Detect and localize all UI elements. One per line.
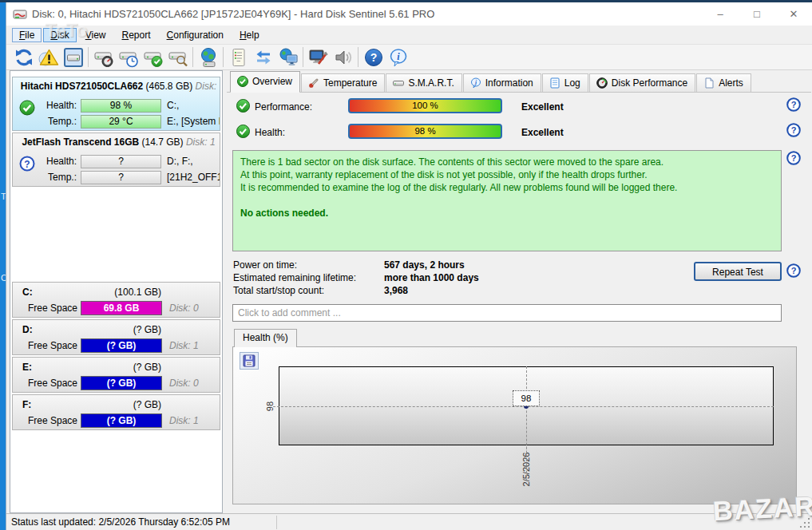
svg-text:?: ? bbox=[791, 153, 797, 163]
partition-item-e[interactable]: E: (? GB) Free Space (? GB) Disk: 0 bbox=[12, 357, 220, 393]
info-icon[interactable]: i bbox=[386, 45, 410, 69]
health-label: Health: bbox=[13, 100, 77, 111]
free-space-label: Free Space bbox=[13, 415, 77, 426]
partition-letter: E: bbox=[22, 362, 32, 373]
toolbar-separator bbox=[192, 47, 193, 67]
partitions-text: C:, bbox=[167, 100, 179, 111]
help-question-icon[interactable]: ? bbox=[786, 97, 801, 112]
disk-item-jetflash[interactable]: JetFlash Transcend 16GB (14.7 GB) Disk: … bbox=[12, 132, 220, 187]
help-question-icon[interactable]: ? bbox=[786, 123, 801, 137]
refresh-icon[interactable] bbox=[11, 45, 36, 69]
network-disks-icon[interactable] bbox=[196, 45, 220, 69]
menu-bar: File Disk View Report Configuration Help bbox=[6, 26, 812, 44]
tab-smart[interactable]: S.M.A.R.T. bbox=[386, 73, 461, 92]
performance-rating: Excellent bbox=[521, 101, 564, 113]
partition-item-c[interactable]: C: (100.1 GB) Free Space 69.8 GB Disk: 0 bbox=[12, 282, 220, 318]
partition-disk-number: Disk: 0 bbox=[169, 303, 199, 314]
health-ok-icon bbox=[236, 125, 250, 138]
menu-file[interactable]: File bbox=[12, 28, 42, 42]
disk-icon bbox=[393, 77, 404, 89]
disk-size: (14.7 GB) bbox=[142, 136, 184, 148]
power-on-time-value: 567 days, 2 hours bbox=[384, 259, 465, 271]
message-line: There is 1 bad sector on the disk surfac… bbox=[240, 156, 774, 168]
partitions-text: E:, [System R bbox=[167, 116, 220, 127]
temp-label: Temp.: bbox=[13, 172, 77, 183]
menu-report[interactable]: Report bbox=[115, 28, 158, 42]
document-icon bbox=[549, 77, 560, 89]
disk-check-icon[interactable] bbox=[141, 45, 165, 69]
partition-letter: F: bbox=[22, 399, 31, 410]
report-icon[interactable] bbox=[226, 45, 251, 69]
health-rating: Excellent bbox=[521, 127, 564, 138]
health-bar: 98 % bbox=[348, 124, 502, 139]
performance-ok-icon bbox=[236, 99, 250, 113]
partition-size: (? GB) bbox=[77, 362, 161, 373]
chart-gridline-vertical bbox=[526, 366, 527, 481]
tab-log[interactable]: Log bbox=[542, 73, 588, 92]
tab-information[interactable]: i Information bbox=[463, 73, 541, 92]
tab-label: Information bbox=[485, 77, 533, 89]
svg-text:?: ? bbox=[791, 100, 797, 109]
start-stop-count-value: 3,968 bbox=[384, 285, 408, 296]
minimize-button[interactable]: – bbox=[702, 2, 739, 26]
tab-disk-performance[interactable]: Disk Performance bbox=[589, 73, 695, 92]
partition-size: (? GB) bbox=[77, 324, 161, 335]
svg-text:?: ? bbox=[370, 51, 377, 64]
maximize-button[interactable]: □ bbox=[739, 2, 775, 26]
partition-item-d[interactable]: D: (? GB) Free Space (? GB) Disk: 1 bbox=[12, 319, 220, 355]
health-bar: ? bbox=[81, 155, 161, 168]
comment-input[interactable] bbox=[232, 304, 782, 322]
tab-temperature[interactable]: Temperature bbox=[301, 73, 385, 92]
disk-name: JetFlash Transcend 16GB bbox=[22, 136, 139, 148]
gauge-icon bbox=[596, 77, 608, 89]
disk-clock-icon[interactable] bbox=[116, 45, 141, 69]
menu-configuration[interactable]: Configuration bbox=[160, 28, 231, 42]
disk-monitor-icon[interactable] bbox=[61, 45, 85, 69]
menu-help[interactable]: Help bbox=[232, 28, 267, 42]
app-icon bbox=[13, 7, 27, 22]
sound-icon[interactable] bbox=[331, 45, 355, 69]
tab-overview[interactable]: Overview bbox=[230, 71, 300, 92]
partition-item-f[interactable]: F: (? GB) Free Space (? GB) Disk: 1 bbox=[12, 394, 220, 430]
disk-item-hitachi[interactable]: Hitachi HDS721050CLA662 (465.8 GB) Disk:… bbox=[12, 77, 220, 131]
disk-number: Disk: 1 bbox=[186, 136, 216, 148]
free-space-label: Free Space bbox=[13, 303, 77, 314]
partition-letter: D: bbox=[22, 324, 33, 335]
health-bar: 98 % bbox=[81, 99, 161, 113]
chart-x-tick: 2/5/2026 bbox=[521, 447, 533, 492]
warning-report-icon[interactable] bbox=[36, 45, 61, 69]
disk-list-sidebar: Hitachi HDS721050CLA662 (465.8 GB) Disk:… bbox=[10, 70, 223, 513]
window-title: Disk: 0, Hitachi HDS721050CLA662 [JP1572… bbox=[32, 8, 434, 20]
message-line: At this point, warranty replacement of t… bbox=[240, 168, 774, 181]
disk-search-icon[interactable] bbox=[165, 45, 190, 69]
tab-strip: Overview Temperature S.M.A.R.T. i Inform… bbox=[227, 71, 811, 93]
help-icon[interactable]: ? bbox=[361, 45, 386, 69]
help-question-icon[interactable]: ? bbox=[786, 151, 801, 165]
tab-label: Temperature bbox=[323, 77, 377, 89]
partition-disk-number: Disk: 0 bbox=[169, 378, 199, 389]
remote-computer-icon[interactable] bbox=[275, 45, 300, 69]
free-space-bar: 69.8 GB bbox=[81, 301, 162, 315]
thermometer-icon bbox=[308, 77, 319, 89]
partition-size: (100.1 GB) bbox=[77, 287, 161, 298]
message-line: It is recommended to examine the log of … bbox=[240, 181, 774, 194]
save-chart-button[interactable] bbox=[240, 352, 259, 370]
free-space-bar: (? GB) bbox=[81, 376, 162, 390]
performance-bar: 100 % bbox=[348, 98, 502, 113]
chart-tab-health[interactable]: Health (%) bbox=[234, 329, 297, 347]
help-question-icon[interactable]: ? bbox=[786, 263, 801, 278]
message-no-actions: No actions needed. bbox=[240, 207, 774, 220]
repeat-test-button[interactable]: Repeat Test bbox=[694, 262, 782, 281]
temp-bar: ? bbox=[81, 171, 161, 184]
title-bar[interactable]: Disk: 0, Hitachi HDS721050CLA662 [JP1572… bbox=[6, 2, 812, 26]
status-text: Status last updated: 2/5/2026 Thursday 6… bbox=[11, 516, 230, 528]
remaining-lifetime-value: more than 1000 days bbox=[384, 272, 479, 283]
tab-alerts[interactable]: Alerts bbox=[696, 73, 751, 92]
disk-gauge-icon[interactable] bbox=[91, 45, 116, 69]
sync-icon[interactable] bbox=[251, 45, 275, 69]
hard-disk-sentinel-window: Disk: 0, Hitachi HDS721050CLA662 [JP1572… bbox=[6, 2, 812, 530]
settings-icon[interactable] bbox=[306, 45, 331, 69]
check-circle-icon bbox=[237, 76, 248, 87]
chart-point-label: 98 bbox=[513, 390, 540, 406]
close-button[interactable]: ✕ bbox=[775, 2, 812, 26]
